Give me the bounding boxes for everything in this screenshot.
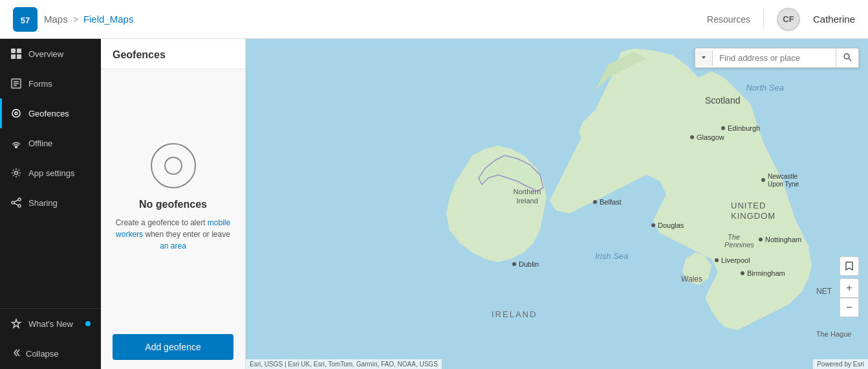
collapse-icon [10,348,21,360]
settings-icon [10,167,22,179]
user-name: Catherine [813,14,855,25]
add-geofence-button[interactable]: Add geofence [113,334,233,360]
svg-text:Ireland: Ireland [516,197,538,205]
svg-text:The: The [728,233,740,241]
panel-footer: Add geofence [101,325,245,369]
map-search-bar [695,48,859,68]
svg-point-12 [16,146,17,148]
map-container[interactable]: Edinburgh Glasgow Scotland Newcastle Upo… [246,39,868,369]
map-bookmark-button[interactable] [840,256,859,276]
esri-attribution: Powered by Esri [813,359,868,369]
sidebar-label-forms: Forms [28,79,52,89]
svg-point-13 [15,172,18,175]
app-logo[interactable]: 57 [13,7,38,32]
map-search-dropdown[interactable] [695,50,713,66]
sidebar-label-whats-new: What's New [28,319,73,329]
sidebar-item-whats-new[interactable]: What's New [0,309,101,339]
offline-icon [10,137,22,149]
app-logo-svg: 57 [16,10,34,28]
geofence-inner-circle [164,157,182,175]
no-geofences-title: No geofences [139,199,207,210]
chevron-down-icon [700,54,707,61]
svg-rect-4 [11,54,16,59]
svg-point-14 [18,198,21,201]
sidebar-label-sharing: Sharing [28,198,58,208]
user-avatar[interactable]: CF [777,8,800,31]
svg-rect-3 [17,49,21,53]
header-divider [763,10,764,29]
sidebar-item-geofences[interactable]: Geofences [0,98,101,128]
svg-text:Birmingham: Birmingham [747,269,785,277]
sidebar-item-app-settings[interactable]: App settings [0,158,101,188]
sidebar-bottom: What's New Collapse [0,308,101,369]
svg-point-32 [759,238,763,241]
breadcrumb-separator: > [73,14,78,25]
svg-text:Newcastle: Newcastle [768,173,798,180]
svg-text:Dublin: Dublin [519,260,539,268]
sharing-icon [10,197,22,208]
svg-point-25 [761,178,765,182]
sidebar-item-collapse[interactable]: Collapse [0,339,101,369]
map-search-input[interactable] [713,49,836,67]
zoom-in-button[interactable]: + [840,278,859,298]
breadcrumb-current[interactable]: Field_Maps [83,14,134,25]
zoom-out-button[interactable]: − [840,298,859,317]
whats-new-notification-dot [85,321,91,326]
svg-point-20 [721,126,725,130]
north-sea-label: North Sea [746,83,784,93]
svg-point-30 [715,258,719,262]
grid-icon [10,48,22,60]
resources-link[interactable]: Resources [707,14,750,25]
search-icon [843,52,852,62]
svg-line-53 [849,59,852,62]
whats-new-icon [10,318,22,330]
svg-text:Scotland: Scotland [705,95,740,106]
svg-point-34 [741,271,744,275]
svg-text:Edinburgh: Edinburgh [728,124,760,132]
header-right: Resources CF Catherine [707,8,855,31]
svg-line-18 [14,203,18,205]
svg-point-28 [593,200,597,204]
svg-point-52 [844,54,849,59]
sidebar-item-overview[interactable]: Overview [0,39,101,69]
geofence-empty-icon [151,143,196,188]
svg-line-17 [14,200,18,202]
forms-icon [10,78,22,89]
zoom-controls: + − [840,278,859,317]
svg-point-15 [18,205,21,207]
main-layout: Overview Forms Geofences Offline App set… [0,39,868,369]
svg-marker-51 [702,56,706,59]
svg-point-16 [12,201,14,204]
svg-point-36 [651,223,655,227]
sidebar-spacer [0,218,101,308]
header-left: 57 Maps > Field_Maps [13,7,133,32]
svg-text:Glasgow: Glasgow [697,133,724,141]
svg-point-38 [512,262,516,266]
svg-text:Irish Sea: Irish Sea [595,251,628,261]
sidebar-item-forms[interactable]: Forms [0,69,101,98]
sidebar-label-app-settings: App settings [28,168,75,178]
svg-text:NET: NET [816,287,832,296]
sidebar-item-offline[interactable]: Offline [0,128,101,158]
svg-text:Pennines: Pennines [724,241,754,249]
panel-empty-state: No geofences Create a geofence to alert … [101,69,245,325]
sidebar-label-geofences: Geofences [28,109,69,118]
svg-text:Douglas: Douglas [658,221,684,229]
svg-text:Wales: Wales [681,274,702,284]
no-geofences-desc: Create a geofence to alert mobile worker… [114,217,232,252]
geofences-panel: Geofences No geofences Create a geofence… [101,39,246,369]
svg-text:IRELAND: IRELAND [492,309,537,319]
sidebar-label-overview: Overview [28,49,63,59]
breadcrumb-maps[interactable]: Maps [44,14,68,25]
breadcrumb: Maps > Field_Maps [44,14,133,25]
sidebar-item-sharing[interactable]: Sharing [0,188,101,218]
svg-rect-5 [17,54,21,59]
map-search-button[interactable] [836,49,858,67]
svg-text:Nottingham: Nottingham [765,236,801,243]
mobile-workers-link: mobile workers [116,218,230,239]
svg-point-22 [690,135,694,139]
svg-text:The Hague: The Hague [816,330,851,338]
svg-text:Upon Tyne: Upon Tyne [768,181,799,188]
svg-text:Belfast: Belfast [600,198,622,206]
svg-text:57: 57 [21,16,30,25]
